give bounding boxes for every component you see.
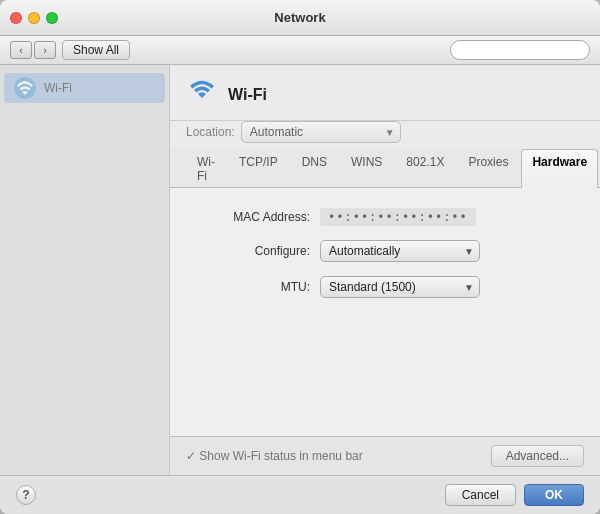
location-select[interactable]: Automatic <box>241 121 401 143</box>
nav-buttons: ‹ › <box>10 41 56 59</box>
location-label: Location: <box>186 125 235 139</box>
minimize-button[interactable] <box>28 12 40 24</box>
bottom-bar: ✓ Show Wi-Fi status in menu bar Advanced… <box>170 436 600 475</box>
configure-label: Configure: <box>200 244 320 258</box>
location-row: Location: Automatic ▼ <box>170 121 600 149</box>
forward-button[interactable]: › <box>34 41 56 59</box>
sidebar-item-wifi-label: Wi-Fi <box>44 81 72 95</box>
location-dropdown-container: Automatic ▼ <box>241 121 401 143</box>
back-button[interactable]: ‹ <box>10 41 32 59</box>
cancel-button[interactable]: Cancel <box>445 484 516 506</box>
wifi-header-icon <box>186 75 218 114</box>
ok-button[interactable]: OK <box>524 484 584 506</box>
tab-tcp[interactable]: TCP/IP <box>228 149 289 188</box>
mtu-label: MTU: <box>200 280 320 294</box>
footer-buttons: Cancel OK <box>445 484 584 506</box>
show-all-button[interactable]: Show All <box>62 40 130 60</box>
close-button[interactable] <box>10 12 22 24</box>
mac-address-label: MAC Address: <box>200 210 320 224</box>
toolbar: ‹ › Show All <box>0 36 600 65</box>
maximize-button[interactable] <box>46 12 58 24</box>
traffic-lights <box>10 12 58 24</box>
tab-wins[interactable]: WINS <box>340 149 393 188</box>
mtu-row: MTU: Standard (1500) Custom ▼ <box>200 276 570 298</box>
search-input[interactable] <box>450 40 590 60</box>
network-interface-name: Wi-Fi <box>228 86 267 104</box>
help-button[interactable]: ? <box>16 485 36 505</box>
mac-address-value: ••:••:••:••:••:•• <box>320 208 476 226</box>
tab-dns[interactable]: DNS <box>291 149 338 188</box>
tab-wifi[interactable]: Wi-Fi <box>186 149 226 188</box>
window-title: Network <box>274 10 325 25</box>
sidebar: Wi-Fi <box>0 65 170 475</box>
tab-8021x[interactable]: 802.1X <box>395 149 455 188</box>
window-footer: ? Cancel OK <box>0 475 600 514</box>
sidebar-item-wifi[interactable]: Wi-Fi <box>4 73 165 103</box>
main-window: Network ‹ › Show All Wi-Fi <box>0 0 600 514</box>
configure-select[interactable]: Automatically Manually <box>320 240 480 262</box>
show-wifi-status-label[interactable]: ✓ Show Wi-Fi status in menu bar <box>186 449 363 463</box>
configure-dropdown-container: Automatically Manually ▼ <box>320 240 480 262</box>
wifi-icon <box>14 77 36 99</box>
tab-hardware[interactable]: Hardware <box>521 149 598 188</box>
content-area: Wi-Fi Wi-Fi Location: <box>0 65 600 475</box>
tab-proxies[interactable]: Proxies <box>457 149 519 188</box>
mac-address-row: MAC Address: ••:••:••:••:••:•• <box>200 208 570 226</box>
mtu-select[interactable]: Standard (1500) Custom <box>320 276 480 298</box>
show-wifi-status-text: ✓ Show Wi-Fi status in menu bar <box>186 449 363 463</box>
main-panel: Wi-Fi Location: Automatic ▼ Wi-Fi TCP/IP… <box>170 65 600 475</box>
configure-row: Configure: Automatically Manually ▼ <box>200 240 570 262</box>
tabs-bar: Wi-Fi TCP/IP DNS WINS 802.1X Proxies Har… <box>170 149 600 188</box>
mtu-dropdown-container: Standard (1500) Custom ▼ <box>320 276 480 298</box>
form-area: MAC Address: ••:••:••:••:••:•• Configure… <box>170 188 600 436</box>
advanced-button[interactable]: Advanced... <box>491 445 584 467</box>
title-bar: Network <box>0 0 600 36</box>
network-header: Wi-Fi <box>170 65 600 121</box>
